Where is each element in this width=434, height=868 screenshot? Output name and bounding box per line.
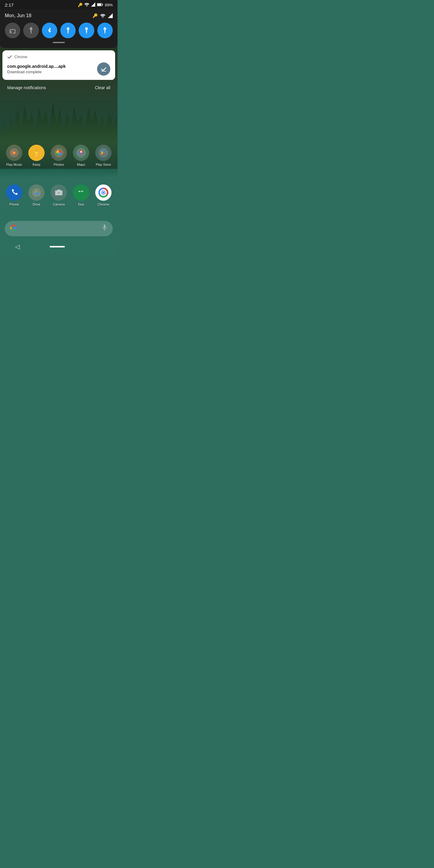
bluetooth-tile[interactable] <box>42 23 57 38</box>
quick-settings: Mon, Jun 18 🔑 <box>0 9 118 48</box>
svg-text:": " <box>81 190 84 195</box>
drive-icon <box>28 184 44 201</box>
phone-icon <box>6 184 22 201</box>
qs-tiles-row <box>5 23 113 38</box>
clear-all-btn[interactable]: Clear all <box>95 85 110 90</box>
app-row-1: Play Music Keep <box>3 145 115 166</box>
chrome-download-icon <box>7 55 12 59</box>
back-button[interactable]: ◁ <box>15 243 20 250</box>
duo-label: Duo <box>78 203 84 206</box>
google-g-icon <box>10 224 17 233</box>
notif-text: com.google.android.ap....apk Download co… <box>7 64 97 74</box>
svg-rect-4 <box>102 4 103 5</box>
drive-label: Drive <box>33 203 40 206</box>
date-display: Mon, Jun 18 <box>5 13 31 19</box>
app-grid: Play Music Keep <box>0 145 118 212</box>
vpn-key-icon: 🔑 <box>78 3 83 7</box>
key-icon: 🔑 <box>93 13 98 18</box>
svg-rect-39 <box>104 224 105 228</box>
svg-point-30 <box>57 191 60 194</box>
notif-actions-bar: Manage notifications Clear all <box>0 81 118 94</box>
time-display: 2:17 <box>5 2 13 7</box>
torch-tile-1[interactable] <box>60 23 76 38</box>
status-right: 🔑 <box>78 2 113 7</box>
camera-app[interactable]: Camera <box>49 184 69 206</box>
photos-label: Photos <box>54 163 64 166</box>
phone-label: Phone <box>9 203 19 206</box>
keep-icon <box>28 145 44 161</box>
home-indicator[interactable] <box>50 246 65 247</box>
svg-point-12 <box>35 150 38 154</box>
svg-point-15 <box>58 152 60 154</box>
date-row: Mon, Jun 18 🔑 <box>5 13 113 19</box>
chrome-icon <box>95 184 112 201</box>
microphone-icon[interactable] <box>102 224 107 233</box>
flashlight-tile[interactable] <box>23 23 38 38</box>
wifi-status-icon <box>100 13 105 18</box>
maps-icon: G <box>73 145 89 161</box>
camera-label: Camera <box>53 203 64 206</box>
battery-icon <box>97 3 103 7</box>
drive-app[interactable]: Drive <box>27 184 46 206</box>
camera-icon <box>51 184 67 201</box>
torch-tile-3[interactable] <box>97 23 113 38</box>
wifi-icon <box>84 3 89 7</box>
maps-label: Maps <box>77 163 85 166</box>
search-bar[interactable] <box>5 221 113 236</box>
svg-point-38 <box>102 192 104 193</box>
notif-subtitle: Download complete <box>7 70 97 74</box>
duo-app[interactable]: " " Duo <box>71 184 91 206</box>
keep-app[interactable]: Keep <box>27 145 46 166</box>
notification-area: Chrome com.google.android.ap....apk Down… <box>0 50 118 94</box>
quick-settings-panel: 2:17 🔑 <box>0 0 118 48</box>
duo-icon: " " <box>73 184 89 201</box>
phone-app[interactable]: Phone <box>4 184 24 206</box>
qs-drag-handle[interactable] <box>5 42 113 43</box>
notif-body: com.google.android.ap....apk Download co… <box>7 62 110 76</box>
play-music-icon <box>6 145 22 161</box>
play-store-icon <box>95 145 112 161</box>
torch-tile-2[interactable] <box>79 23 94 38</box>
manage-notifications-btn[interactable]: Manage notifications <box>7 85 46 90</box>
notif-header: Chrome <box>7 55 110 59</box>
nav-bar: ◁ <box>0 239 118 254</box>
cast-tile[interactable] <box>5 23 20 38</box>
chrome-app[interactable]: Chrome <box>94 184 113 206</box>
signal-icon <box>91 2 95 7</box>
play-music-app[interactable]: Play Music <box>4 145 24 166</box>
chrome-label: Chrome <box>97 203 109 206</box>
svg-rect-13 <box>36 154 37 156</box>
date-status-icons: 🔑 <box>93 13 113 18</box>
play-store-label: Play Store <box>96 163 111 166</box>
svg-text:": " <box>79 190 81 195</box>
photos-app[interactable]: Photos <box>49 145 69 166</box>
play-music-label: Play Music <box>6 163 22 166</box>
svg-marker-1 <box>91 2 95 7</box>
battery-percent: 89% <box>105 3 113 7</box>
notif-title: com.google.android.ap....apk <box>7 64 97 69</box>
notif-download-complete-btn[interactable] <box>97 62 110 76</box>
signal-status-icon <box>108 13 113 18</box>
notif-app-name: Chrome <box>14 55 27 59</box>
status-bar: 2:17 🔑 <box>0 0 118 9</box>
keep-label: Keep <box>33 163 40 166</box>
photos-icon <box>51 145 67 161</box>
svg-marker-6 <box>108 13 113 18</box>
play-store-app[interactable]: Play Store <box>94 145 113 166</box>
svg-rect-3 <box>97 4 101 6</box>
svg-point-5 <box>102 17 103 18</box>
dock-row: Phone Drive <box>3 184 115 206</box>
maps-app[interactable]: G Maps <box>71 145 91 166</box>
svg-point-0 <box>86 6 87 7</box>
chrome-notification[interactable]: Chrome com.google.android.ap....apk Down… <box>2 50 115 80</box>
svg-point-10 <box>13 152 16 154</box>
